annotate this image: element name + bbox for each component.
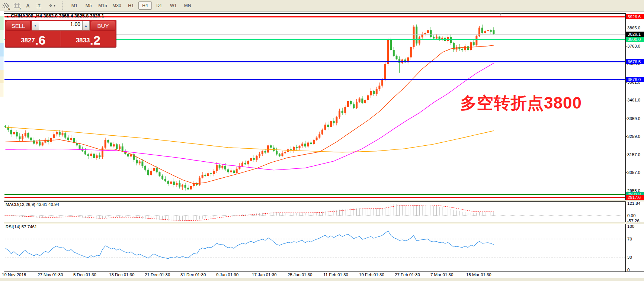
- volume-increase-button[interactable]: ▲: [82, 21, 90, 30]
- price-badge-3576.0: 3576.0: [626, 77, 644, 82]
- sell-button[interactable]: SELL: [6, 21, 31, 30]
- pane-splitter[interactable]: [4, 200, 644, 201]
- y-axis-label: 3865.0: [627, 26, 640, 30]
- symbol-title: ▲CHINA300-,H4 3852.0 3868.4 3825.8 3829.…: [6, 13, 104, 19]
- price-badge-3829.1: 3829.1: [626, 32, 644, 37]
- x-axis-label: 9 Jan 01:30: [216, 272, 238, 277]
- x-axis-label: 13 Dec 01:30: [109, 272, 134, 277]
- y-axis-label: 3157.0: [627, 152, 640, 157]
- buy-button[interactable]: BUY: [91, 21, 115, 30]
- x-axis-label: 31 Dec 01:30: [180, 272, 206, 277]
- trading-platform: E F A T ❖ ▾ M1M5M15M30H1H4D1W1MN ▲CHINA3…: [0, 0, 644, 281]
- x-axis-label: 5 Dec 01:30: [73, 272, 96, 277]
- rsi-axis-label: 30: [627, 255, 632, 259]
- symbol-marker-icon: ▲: [6, 14, 9, 18]
- macd-axis-label: 121.84: [627, 201, 640, 206]
- time-axis[interactable]: 19 Nov 201827 Nov 01:305 Dec 01:3013 Dec…: [4, 272, 644, 278]
- x-axis-label: 17 Jan 01:30: [252, 272, 277, 277]
- x-axis-label: 19 Feb 01:30: [359, 272, 384, 277]
- one-click-trade-panel: SELL ▼ 1.00 ▲ BUY 3827.6 3833.2: [5, 20, 116, 48]
- ma-slow-line: [6, 127, 494, 152]
- y-axis-label: 3359.0: [627, 116, 640, 121]
- x-axis-label: 19 Nov 2018: [2, 272, 26, 277]
- chart-annotation-text: 多空转折点3800: [460, 92, 582, 114]
- chart-shift-marker-icon: ▼: [499, 13, 502, 16]
- chart-window[interactable]: ▲CHINA300-,H4 3852.0 3868.4 3825.8 3829.…: [4, 12, 644, 277]
- price-badge-3926.6: 3926.6: [626, 14, 644, 19]
- sell-price-display[interactable]: 3827.6: [6, 31, 61, 46]
- volume-decrease-button[interactable]: ▼: [32, 21, 39, 30]
- macd-signal-line: [6, 205, 494, 221]
- macd-axis-label: 0.00: [627, 213, 635, 218]
- rsi-line: [6, 231, 494, 259]
- rsi-axis-label: 100: [627, 224, 634, 229]
- price-badge-2917.6: 2917.6: [626, 195, 644, 200]
- x-axis-label: 27 Nov 01:30: [38, 272, 63, 277]
- rsi-indicator-label: RSI(14) 57.7461: [6, 225, 37, 229]
- rsi-axis-label: 70: [627, 237, 632, 241]
- ma-fast-line: [6, 45, 494, 184]
- buy-price-display[interactable]: 3833.2: [61, 31, 116, 46]
- volume-input[interactable]: 1.00: [39, 21, 82, 30]
- pane-splitter[interactable]: [4, 222, 644, 224]
- x-axis-label: 21 Dec 01:30: [145, 272, 170, 277]
- y-axis-label: 3259.0: [627, 134, 640, 139]
- price-badge-3800.0: 3800.0: [626, 37, 644, 42]
- x-axis-label: 25 Jan 01:30: [288, 272, 313, 277]
- macd-indicator-label: MACD(12,26,9) 43.61 40.94: [6, 202, 59, 207]
- y-axis-label: 3057.0: [627, 170, 640, 175]
- x-axis-label: 15 Mar 01:30: [466, 272, 491, 277]
- x-axis-label: 27 Feb 01:30: [395, 272, 420, 277]
- x-axis-label: 7 Mar 01:30: [430, 272, 453, 277]
- x-axis-label: 11 Feb 01:30: [323, 272, 348, 277]
- y-axis-label: 3461.0: [627, 98, 640, 102]
- price-badge-3676.5: 3676.5: [626, 59, 644, 64]
- y-axis-label: 3763.0: [627, 44, 640, 48]
